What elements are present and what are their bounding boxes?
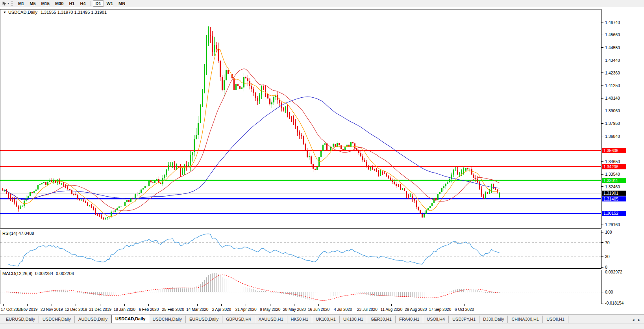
svg-text:5 Nov 2019: 5 Nov 2019 <box>17 307 38 312</box>
tab-usdjpy-h1[interactable]: USDJPY,H1 <box>449 316 479 323</box>
svg-text:29 Aug 2020: 29 Aug 2020 <box>405 307 427 312</box>
svg-text:4 Jul 2020: 4 Jul 2020 <box>334 307 352 312</box>
chart-area[interactable]: 1.467401.456601.445501.434401.423601.412… <box>0 7 644 314</box>
timeframe-m15-button[interactable]: M15 <box>39 0 52 7</box>
svg-text:1.32460: 1.32460 <box>605 184 620 189</box>
tab-usdcnh-daily[interactable]: USDCNH,Daily <box>149 316 186 323</box>
svg-text:1.33011: 1.33011 <box>603 178 618 183</box>
svg-text:-0.018154: -0.018154 <box>605 301 624 305</box>
svg-text:21 Apr 2020: 21 Apr 2020 <box>235 307 257 312</box>
timeframe-m1-button[interactable]: M1 <box>15 0 27 7</box>
level-badge: 1.33011 <box>602 178 626 183</box>
tab-uk100-h1[interactable]: UK100,H1 <box>312 316 340 323</box>
svg-text:18 Jan 2020: 18 Jan 2020 <box>114 307 135 312</box>
chart-tabbar: EURUSD,DailyUSDCHF,DailyAUDUSD,DailyUSDC… <box>0 314 644 323</box>
svg-text:2 Apr 2020: 2 Apr 2020 <box>212 307 231 312</box>
tabs-scroll-right-icon[interactable]: ► <box>637 318 641 322</box>
timeframe-h1-button[interactable]: H1 <box>66 0 77 7</box>
svg-text:17 Sep 2020: 17 Sep 2020 <box>429 307 452 312</box>
timeframe-d1-button[interactable]: D1 <box>93 0 104 7</box>
svg-text:1.39060: 1.39060 <box>605 108 620 113</box>
svg-text:31 Dec 2019: 31 Dec 2019 <box>89 307 111 312</box>
svg-text:0.00: 0.00 <box>605 290 613 294</box>
svg-text:0: 0 <box>605 265 607 270</box>
toolbar: ▾ M1M5M15M30H1H4D1W1MN <box>0 0 644 7</box>
status-strip <box>0 323 644 329</box>
svg-text:1.42360: 1.42360 <box>605 71 620 75</box>
toolbar-grip <box>11 1 13 6</box>
tab-dj30-daily[interactable]: DJ30,Daily <box>479 316 508 323</box>
tab-eurusd-daily[interactable]: EURUSD,Daily <box>186 316 222 323</box>
chart-canvas: 1.467401.456601.445501.434401.423601.412… <box>0 7 644 314</box>
svg-text:6 Oct 2020: 6 Oct 2020 <box>455 307 474 312</box>
svg-text:1.33540: 1.33540 <box>605 172 620 177</box>
svg-text:16 Jun 2020: 16 Jun 2020 <box>308 307 329 312</box>
tab-china300-h1[interactable]: CHINA300,H1 <box>508 316 543 323</box>
tab-eurusd-daily[interactable]: EURUSD,Daily <box>2 316 39 323</box>
svg-text:1.31405: 1.31405 <box>603 197 618 201</box>
svg-text:1.41250: 1.41250 <box>605 83 620 88</box>
svg-text:100: 100 <box>605 230 612 234</box>
svg-text:11 Aug 2020: 11 Aug 2020 <box>381 307 403 312</box>
svg-text:9 May 2020: 9 May 2020 <box>260 307 281 312</box>
svg-text:25 Feb 2020: 25 Feb 2020 <box>162 307 185 312</box>
svg-text:1.34206: 1.34206 <box>603 164 618 169</box>
tab-hk50-h1[interactable]: HK50,H1 <box>287 316 313 323</box>
current-price-badge: 1.31901 <box>602 191 626 196</box>
level-badge: 1.34206 <box>602 164 626 169</box>
tab-scroll-arrows: ◄ ► <box>630 318 644 323</box>
svg-text:1.46740: 1.46740 <box>605 20 620 25</box>
tab-uk100-h1[interactable]: UK100,H1 <box>340 316 367 323</box>
svg-text:1.31901: 1.31901 <box>603 191 618 195</box>
tab-usdchf-daily[interactable]: USDCHF,Daily <box>39 316 75 323</box>
svg-text:1.40140: 1.40140 <box>605 96 620 100</box>
dropdown-caret-icon[interactable]: ▾ <box>7 2 9 5</box>
panel-borders <box>0 9 601 304</box>
toolbar-separator <box>91 1 91 6</box>
svg-text:70: 70 <box>605 240 610 245</box>
tab-usoil-h1[interactable]: USOil,H1 <box>543 316 568 323</box>
timeframe-m30-button[interactable]: M30 <box>52 0 66 7</box>
trading-platform-window: ▾ M1M5M15M30H1H4D1W1MN 1.467401.456601.4… <box>0 0 644 329</box>
timeframe-mn-button[interactable]: MN <box>116 0 128 7</box>
timeframe-m5-button[interactable]: M5 <box>27 0 38 7</box>
timeframe-w1-button[interactable]: W1 <box>104 0 116 7</box>
tab-usoil-h4[interactable]: USOil,H4 <box>423 316 449 323</box>
level-badge: 1.35606 <box>602 148 626 153</box>
svg-text:1.34650: 1.34650 <box>605 159 620 164</box>
svg-text:0.032972: 0.032972 <box>605 270 622 274</box>
tab-fra40-h1[interactable]: FRA40,H1 <box>396 316 423 323</box>
tabs-scroll-left-icon[interactable]: ◄ <box>631 318 635 322</box>
svg-text:6 Feb 2020: 6 Feb 2020 <box>139 307 159 312</box>
svg-text:1.29160: 1.29160 <box>605 222 620 227</box>
line-studies-icon[interactable] <box>1 1 7 6</box>
svg-text:1.44550: 1.44550 <box>605 45 620 50</box>
price-axis: 1.467401.456601.445501.434401.423601.412… <box>601 20 620 227</box>
svg-text:23 Jul 2020: 23 Jul 2020 <box>357 307 378 312</box>
time-axis: 17 Oct 20195 Nov 201923 Nov 201912 Dec 2… <box>1 304 474 312</box>
svg-text:14 Mar 2020: 14 Mar 2020 <box>186 307 209 312</box>
chart-tabs: EURUSD,DailyUSDCHF,DailyAUDUSD,DailyUSDC… <box>2 315 568 323</box>
svg-text:1.30152: 1.30152 <box>603 211 618 216</box>
svg-text:1.37950: 1.37950 <box>605 121 620 126</box>
svg-text:23 Nov 2019: 23 Nov 2019 <box>41 307 63 312</box>
tab-ger30-h1[interactable]: GER30,H1 <box>367 316 396 323</box>
timeframe-buttons: M1M5M15M30H1H4D1W1MN <box>15 0 128 7</box>
level-badge: 1.31405 <box>602 196 626 201</box>
level-badge: 1.30152 <box>602 211 626 216</box>
svg-text:1.45660: 1.45660 <box>605 32 620 37</box>
tab-audusd-daily[interactable]: AUDUSD,Daily <box>75 316 111 323</box>
svg-text:12 Dec 2019: 12 Dec 2019 <box>65 307 87 312</box>
tab-gbpusd-h4[interactable]: GBPUSD,H4 <box>222 316 255 323</box>
svg-text:1.35606: 1.35606 <box>603 148 618 153</box>
svg-text:28 May 2020: 28 May 2020 <box>283 307 306 312</box>
svg-text:30: 30 <box>605 254 610 259</box>
svg-text:1.36840: 1.36840 <box>605 134 620 139</box>
tab-usdcad-daily[interactable]: USDCAD,Daily <box>111 315 149 323</box>
tab-xauusd-h1[interactable]: XAUUSD,H1 <box>255 316 287 323</box>
svg-text:1.43440: 1.43440 <box>605 58 620 63</box>
timeframe-h4-button[interactable]: H4 <box>77 0 88 7</box>
